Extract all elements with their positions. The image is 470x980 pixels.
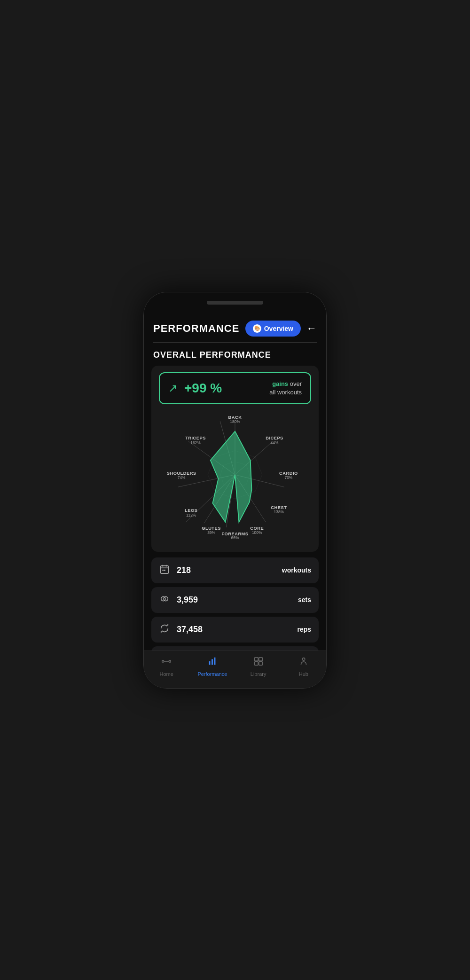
svg-rect-39 <box>259 662 262 665</box>
back-button[interactable]: ← <box>306 322 317 335</box>
gains-banner: ↗ +99 % gains overall workouts <box>159 372 311 404</box>
stat-sets: 3,959 sets <box>151 587 319 613</box>
nav-home-label: Home <box>159 671 173 677</box>
header-right: 🎨 Overview ← <box>245 321 317 337</box>
section-title: OVERALL PERFORMANCE <box>144 343 326 366</box>
radar-value-back: 180% <box>230 419 240 424</box>
hub-icon <box>298 656 309 669</box>
radar-value-forearms: 66% <box>231 535 239 540</box>
radar-polygon <box>211 431 252 522</box>
radar-value-cardio: 70% <box>284 475 292 480</box>
radar-container: BACK 180% BICEPS 44% CARDIO 70% CHEST 13… <box>159 409 311 541</box>
radar-value-chest: 138% <box>274 510 284 514</box>
stat-workouts-value: 218 <box>177 565 275 575</box>
gains-highlight: gains <box>272 380 288 387</box>
gains-arrow-icon: ↗ <box>168 382 178 395</box>
svg-rect-33 <box>209 661 211 665</box>
stats-list: 218 workouts 3,959 sets <box>144 556 326 651</box>
stat-workouts: 218 workouts <box>151 557 319 583</box>
library-icon <box>253 656 264 669</box>
radar-value-shoulders: 74% <box>178 475 186 480</box>
nav-library-label: Library <box>251 671 266 677</box>
nav-performance[interactable]: Performance <box>197 656 227 677</box>
stat-sets-unit: sets <box>298 596 311 604</box>
nav-performance-label: Performance <box>197 671 227 677</box>
refresh-icon <box>159 623 170 636</box>
radar-value-legs: 112% <box>186 513 196 517</box>
phone-frame: PERFORMANCE 🎨 Overview ← OVERALL PERFORM… <box>143 292 327 689</box>
radar-value-biceps: 44% <box>271 440 279 445</box>
page-title: PERFORMANCE <box>153 322 239 335</box>
gains-label: gains overall workouts <box>269 380 302 397</box>
gains-percent: +99 % <box>184 381 263 396</box>
svg-point-19 <box>164 596 168 601</box>
notch <box>207 301 263 305</box>
radar-value-glutes: 39% <box>207 530 215 535</box>
home-icon <box>161 656 172 669</box>
rings-icon <box>159 594 170 606</box>
svg-rect-36 <box>254 658 258 661</box>
overview-icon: 🎨 <box>253 324 261 333</box>
svg-rect-37 <box>259 658 262 661</box>
stat-reps-value: 37,458 <box>177 625 290 635</box>
svg-rect-34 <box>212 659 213 665</box>
radar-value-triceps: 162% <box>190 440 201 445</box>
performance-icon <box>207 656 218 669</box>
stat-reps-unit: reps <box>297 626 311 633</box>
screen-content: PERFORMANCE 🎨 Overview ← OVERALL PERFORM… <box>144 313 326 651</box>
nav-hub-label: Hub <box>299 671 308 677</box>
svg-rect-17 <box>164 570 165 571</box>
nav-hub[interactable]: Hub <box>290 656 318 677</box>
svg-rect-35 <box>214 658 216 665</box>
overview-label: Overview <box>264 325 293 332</box>
svg-rect-12 <box>161 566 169 574</box>
overview-button[interactable]: 🎨 Overview <box>245 321 301 337</box>
calendar-icon <box>159 564 170 577</box>
stat-sets-value: 3,959 <box>177 595 291 605</box>
nav-library[interactable]: Library <box>244 656 273 677</box>
header: PERFORMANCE 🎨 Overview ← <box>144 313 326 342</box>
bottom-nav: Home Performance Library <box>144 651 326 688</box>
svg-rect-32 <box>169 660 171 662</box>
radar-value-core: 100% <box>252 530 262 535</box>
svg-point-40 <box>302 658 305 661</box>
radar-chart: BACK 180% BICEPS 44% CARDIO 70% CHEST 13… <box>164 409 306 541</box>
gains-card: ↗ +99 % gains overall workouts <box>151 366 319 552</box>
stat-reps: 37,458 reps <box>151 617 319 643</box>
nav-home[interactable]: Home <box>152 656 180 677</box>
svg-rect-38 <box>254 662 258 665</box>
svg-rect-16 <box>162 570 164 571</box>
stat-lb-max-single: 395 lb max <box>151 646 319 651</box>
svg-rect-31 <box>162 660 164 662</box>
status-bar <box>144 292 326 313</box>
stat-workouts-unit: workouts <box>282 566 311 574</box>
